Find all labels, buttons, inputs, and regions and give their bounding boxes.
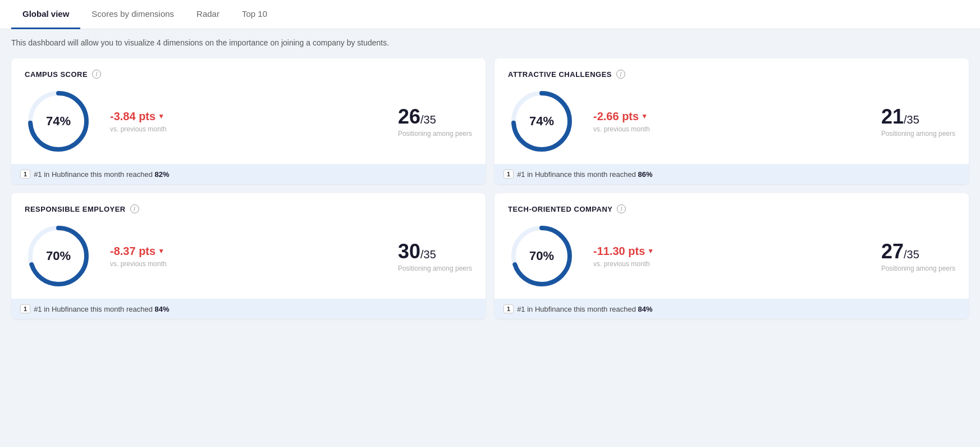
pts-arrow-attractive-challenges: ▼ <box>641 112 648 120</box>
stats-row-responsible-employer: -8.37 pts ▼ vs. previous month 30/35 Pos… <box>110 240 472 272</box>
pts-label-attractive-challenges: vs. previous month <box>593 125 650 133</box>
card-footer-responsible-employer: 1 #1 in Hubfinance this month reached 84… <box>11 299 486 319</box>
stats-group-attractive-challenges: -2.66 pts ▼ vs. previous month <box>593 110 650 133</box>
card-attractive-challenges: ATTRACTIVE CHALLENGES i 74% -2.66 pts ▼ <box>494 58 969 184</box>
card-title-tech-oriented-company: TECH-ORIENTED COMPANY i <box>508 204 955 213</box>
pts-label-tech-oriented-company: vs. previous month <box>593 260 654 268</box>
cards-grid: CAMPUS SCORE i 74% -3.84 pts ▼ <box>0 53 980 330</box>
pts-value-tech-oriented-company: -11.30 pts ▼ <box>593 245 654 258</box>
card-footer-campus-score: 1 #1 in Hubfinance this month reached 82… <box>11 164 486 184</box>
card-tech-oriented-company: TECH-ORIENTED COMPANY i 70% -11.30 pts ▼ <box>494 193 969 319</box>
card-footer-attractive-challenges: 1 #1 in Hubfinance this month reached 86… <box>494 164 969 184</box>
pts-value-responsible-employer: -8.37 pts ▼ <box>110 245 167 258</box>
positioning-group-responsible-employer: 30/35 Positioning among peers <box>398 240 472 272</box>
info-icon-tech-oriented-company[interactable]: i <box>617 204 626 213</box>
stats-row-tech-oriented-company: -11.30 pts ▼ vs. previous month 27/35 Po… <box>593 240 955 272</box>
pts-label-responsible-employer: vs. previous month <box>110 260 167 268</box>
card-title-text: TECH-ORIENTED COMPANY <box>508 205 612 213</box>
circle-container-attractive-challenges: 74% <box>508 88 575 155</box>
card-title-text: RESPONSIBLE EMPLOYER <box>25 205 126 213</box>
footer-text-attractive-challenges: #1 in Hubfinance this month reached 86% <box>517 170 652 179</box>
pos-label-tech-oriented-company: Positioning among peers <box>881 264 955 272</box>
stats-group-responsible-employer: -8.37 pts ▼ vs. previous month <box>110 245 167 268</box>
footer-bold-attractive-challenges: 86% <box>638 170 652 179</box>
pts-value-campus-score: -3.84 pts ▼ <box>110 110 167 123</box>
circle-percent-campus-score: 74% <box>46 114 71 129</box>
pos-number-campus-score: 26 <box>398 105 420 128</box>
footer-badge-campus-score: 1 <box>20 170 30 179</box>
pos-number-attractive-challenges: 21 <box>881 105 904 128</box>
info-icon-attractive-challenges[interactable]: i <box>616 70 625 79</box>
pos-number-responsible-employer: 30 <box>398 240 420 263</box>
pos-number-tech-oriented-company: 27 <box>881 240 904 263</box>
pos-total-attractive-challenges: /35 <box>904 113 919 126</box>
footer-badge-tech-oriented-company: 1 <box>503 304 514 313</box>
pos-total-tech-oriented-company: /35 <box>904 248 919 261</box>
circle-container-campus-score: 74% <box>25 88 92 155</box>
circle-percent-responsible-employer: 70% <box>46 249 71 263</box>
pos-label-campus-score: Positioning among peers <box>398 130 472 138</box>
pos-total-campus-score: /35 <box>420 113 436 126</box>
tab-top-10[interactable]: Top 10 <box>231 0 278 29</box>
pos-label-responsible-employer: Positioning among peers <box>398 264 472 272</box>
card-campus-score: CAMPUS SCORE i 74% -3.84 pts ▼ <box>11 58 486 184</box>
card-body-tech-oriented-company: 70% -11.30 pts ▼ vs. previous month 27/3… <box>508 222 955 299</box>
pos-total-responsible-employer: /35 <box>420 248 436 261</box>
footer-bold-responsible-employer: 84% <box>154 305 169 313</box>
pts-arrow-tech-oriented-company: ▼ <box>647 247 654 255</box>
card-responsible-employer: RESPONSIBLE EMPLOYER i 70% -8.37 pts ▼ <box>11 193 486 319</box>
circle-container-responsible-employer: 70% <box>25 222 92 290</box>
card-title-text: ATTRACTIVE CHALLENGES <box>508 70 612 79</box>
card-title-text: CAMPUS SCORE <box>25 70 88 79</box>
positioning-group-tech-oriented-company: 27/35 Positioning among peers <box>881 240 955 272</box>
footer-bold-campus-score: 82% <box>154 170 169 179</box>
stats-row-attractive-challenges: -2.66 pts ▼ vs. previous month 21/35 Pos… <box>593 105 955 138</box>
card-body-attractive-challenges: 74% -2.66 pts ▼ vs. previous month 21/35… <box>508 88 955 164</box>
card-title-responsible-employer: RESPONSIBLE EMPLOYER i <box>25 204 472 213</box>
pts-value-attractive-challenges: -2.66 pts ▼ <box>593 110 650 123</box>
footer-badge-attractive-challenges: 1 <box>503 170 514 179</box>
footer-text-campus-score: #1 in Hubfinance this month reached 82% <box>34 170 169 179</box>
dashboard-subtitle: This dashboard will allow you to visuali… <box>0 29 980 53</box>
pts-label-campus-score: vs. previous month <box>110 125 167 133</box>
card-title-attractive-challenges: ATTRACTIVE CHALLENGES i <box>508 70 955 79</box>
card-footer-tech-oriented-company: 1 #1 in Hubfinance this month reached 84… <box>494 299 969 319</box>
positioning-group-campus-score: 26/35 Positioning among peers <box>398 105 472 138</box>
positioning-group-attractive-challenges: 21/35 Positioning among peers <box>881 105 955 138</box>
circle-container-tech-oriented-company: 70% <box>508 222 575 290</box>
card-body-campus-score: 74% -3.84 pts ▼ vs. previous month 26/35… <box>25 88 472 164</box>
stats-row-campus-score: -3.84 pts ▼ vs. previous month 26/35 Pos… <box>110 105 472 138</box>
tab-scores-by-dimensions[interactable]: Scores by dimensions <box>80 0 185 29</box>
footer-text-responsible-employer: #1 in Hubfinance this month reached 84% <box>34 305 169 313</box>
footer-text-tech-oriented-company: #1 in Hubfinance this month reached 84% <box>517 305 652 313</box>
card-title-campus-score: CAMPUS SCORE i <box>25 70 472 79</box>
circle-percent-tech-oriented-company: 70% <box>529 249 554 263</box>
stats-group-tech-oriented-company: -11.30 pts ▼ vs. previous month <box>593 245 654 268</box>
nav-tabs: Global viewScores by dimensionsRadarTop … <box>0 0 980 29</box>
pts-arrow-campus-score: ▼ <box>158 112 164 120</box>
pts-arrow-responsible-employer: ▼ <box>158 247 164 255</box>
stats-group-campus-score: -3.84 pts ▼ vs. previous month <box>110 110 167 133</box>
pos-label-attractive-challenges: Positioning among peers <box>881 130 955 138</box>
card-body-responsible-employer: 70% -8.37 pts ▼ vs. previous month 30/35… <box>25 222 472 299</box>
info-icon-campus-score[interactable]: i <box>92 70 101 79</box>
tab-radar[interactable]: Radar <box>185 0 231 29</box>
circle-percent-attractive-challenges: 74% <box>529 114 554 129</box>
tab-global-view[interactable]: Global view <box>11 0 80 29</box>
footer-bold-tech-oriented-company: 84% <box>638 305 652 313</box>
info-icon-responsible-employer[interactable]: i <box>130 204 139 213</box>
footer-badge-responsible-employer: 1 <box>20 304 30 313</box>
